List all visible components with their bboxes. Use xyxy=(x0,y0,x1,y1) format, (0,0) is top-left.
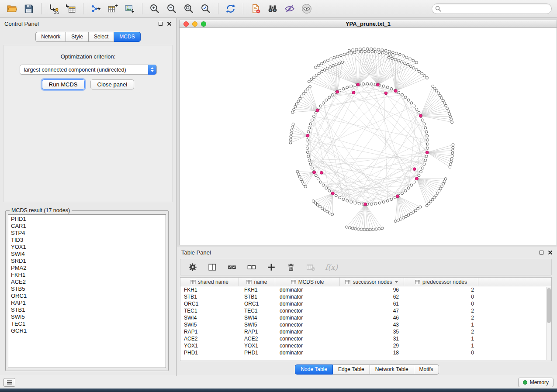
column-attr-icon xyxy=(415,279,420,285)
tab-motifs[interactable]: Motifs xyxy=(414,364,439,375)
sort-chevron-icon xyxy=(394,281,398,283)
zoom-fit-button[interactable] xyxy=(182,2,195,15)
export-table-button[interactable] xyxy=(106,2,119,15)
mcds-result-item[interactable]: SWI4 xyxy=(8,251,166,258)
table-cell: 61 xyxy=(340,300,404,307)
export-table-icon xyxy=(107,3,118,14)
mcds-result-item[interactable]: FKH1 xyxy=(8,272,166,279)
table-row[interactable]: FKH1FKH1dominator962 xyxy=(180,286,551,293)
column-header-mcds-role[interactable]: MCDS role xyxy=(275,278,340,286)
column-header-shared-name[interactable]: shared name xyxy=(180,278,239,286)
search-objects-button[interactable] xyxy=(266,2,279,15)
refresh-view-button[interactable] xyxy=(224,2,237,15)
table-scrollbar-thumb[interactable] xyxy=(547,288,551,323)
select-all-button[interactable] xyxy=(227,262,237,272)
network-canvas[interactable] xyxy=(180,28,557,245)
tab-mcds[interactable]: MCDS xyxy=(114,32,140,42)
table-row[interactable]: RAP1RAP1dominator352 xyxy=(180,328,551,335)
criterion-dropdown[interactable]: largest connected component (undirected) xyxy=(20,65,157,75)
table-cell: YOX1 xyxy=(180,342,239,349)
open-session-button[interactable] xyxy=(5,2,18,15)
search-icon xyxy=(435,6,441,12)
import-network-button[interactable] xyxy=(47,2,60,15)
mcds-result-item[interactable]: TEC1 xyxy=(8,320,166,327)
column-attr-icon xyxy=(246,279,252,285)
zoom-selected-button[interactable] xyxy=(199,2,212,15)
float-panel-icon[interactable] xyxy=(159,22,163,26)
table-row[interactable]: STB1STB1dominator620 xyxy=(180,293,551,300)
tab-network-table[interactable]: Network Table xyxy=(370,364,414,375)
tab-edge-table[interactable]: Edge Table xyxy=(333,364,370,375)
export-network-button[interactable] xyxy=(89,2,102,15)
memory-button[interactable]: Memory xyxy=(518,378,554,387)
table-row[interactable]: SWI5SWI5connector431 xyxy=(180,321,551,328)
toolbar-separator xyxy=(243,3,243,14)
mcds-result-item[interactable]: ORC1 xyxy=(8,292,166,299)
delete-table-icon xyxy=(306,262,315,272)
column-header-name[interactable]: name xyxy=(239,278,275,286)
tab-node-table[interactable]: Node Table xyxy=(295,364,333,375)
toolbar-separator xyxy=(41,3,42,14)
delete-columns-button[interactable] xyxy=(286,262,296,272)
mcds-result-item[interactable]: CAR1 xyxy=(8,223,166,230)
status-menu-button[interactable] xyxy=(3,378,15,387)
create-column-button[interactable] xyxy=(266,262,277,272)
mcds-result-item[interactable]: GCR1 xyxy=(8,327,166,334)
split-panel-button[interactable] xyxy=(207,262,218,272)
tab-network[interactable]: Network xyxy=(35,32,66,42)
column-header-predecessor-nodes[interactable]: predecessor nodes xyxy=(404,278,478,286)
mcds-result-item[interactable]: ACE2 xyxy=(8,279,166,285)
hide-details-button[interactable] xyxy=(283,2,296,15)
table-cell: RAP1 xyxy=(180,328,239,335)
tab-select[interactable]: Select xyxy=(89,32,114,42)
mcds-result-item[interactable]: TID3 xyxy=(8,237,166,244)
close-panel-button[interactable]: Close panel xyxy=(90,79,135,89)
table-cell: 43 xyxy=(340,321,404,328)
mcds-result-item[interactable]: SRD1 xyxy=(8,258,166,265)
zoom-fit-icon xyxy=(183,3,194,14)
table-row[interactable]: YOX1YOX1connector291 xyxy=(180,342,551,349)
show-details-button[interactable] xyxy=(300,2,313,15)
search-input[interactable] xyxy=(432,3,552,14)
mcds-result-list[interactable]: PHD1CAR1STP4TID3YOX1SWI4SRD1PMA2FKH1ACE2… xyxy=(8,214,166,368)
table-cell: 35 xyxy=(340,328,404,335)
import-table-button[interactable] xyxy=(64,2,77,15)
table-row[interactable]: TEC1TEC1connector472 xyxy=(180,307,551,314)
deselect-all-button[interactable] xyxy=(246,262,257,272)
table-cell: 62 xyxy=(340,293,404,300)
export-document-button[interactable] xyxy=(249,2,262,15)
zoom-in-button[interactable] xyxy=(148,2,161,15)
mcds-result-item[interactable]: SWI5 xyxy=(8,313,166,320)
tab-style[interactable]: Style xyxy=(66,32,89,42)
close-panel-icon[interactable] xyxy=(167,21,172,26)
table-cell: 0 xyxy=(404,300,478,307)
table-row[interactable]: PHD1PHD1dominator180 xyxy=(180,349,551,356)
toolbar-separator xyxy=(218,3,218,14)
table-scrollbar[interactable] xyxy=(546,287,551,360)
mcds-result-item[interactable]: PMA2 xyxy=(8,265,166,272)
column-header-successor-nodes[interactable]: successor nodes xyxy=(340,278,404,286)
mcds-result-item[interactable]: PHD1 xyxy=(8,216,166,223)
table-row[interactable]: SWI4SWI4dominator462 xyxy=(180,314,551,321)
close-panel-icon[interactable] xyxy=(548,250,553,255)
table-cell: ORC1 xyxy=(180,300,239,307)
mcds-result-item[interactable]: YOX1 xyxy=(8,244,166,251)
zoom-out-button[interactable] xyxy=(165,2,178,15)
save-session-button[interactable] xyxy=(22,2,35,15)
mcds-result-item[interactable]: RAP1 xyxy=(8,299,166,306)
column-header-label: successor nodes xyxy=(353,279,392,285)
mcds-result-item[interactable]: STB1 xyxy=(8,306,166,313)
mcds-result-item[interactable]: STB5 xyxy=(8,285,166,292)
network-canvas-svg[interactable] xyxy=(180,28,557,245)
table-cell: 2 xyxy=(404,307,478,314)
table-cell: 47 xyxy=(340,307,404,314)
float-panel-icon[interactable] xyxy=(540,251,543,254)
run-mcds-button[interactable]: Run MCDS xyxy=(42,79,85,89)
search-box xyxy=(432,3,552,14)
mcds-result-item[interactable]: STP4 xyxy=(8,230,166,237)
table-row[interactable]: ORC1ORC1dominator610 xyxy=(180,300,551,307)
mcds-result-group: MCDS result (17 nodes) PHD1CAR1STP4TID3Y… xyxy=(5,207,169,371)
table-row[interactable]: ACE2ACE2connector311 xyxy=(180,335,551,342)
export-image-button[interactable] xyxy=(123,2,136,15)
table-options-button[interactable] xyxy=(187,262,198,272)
